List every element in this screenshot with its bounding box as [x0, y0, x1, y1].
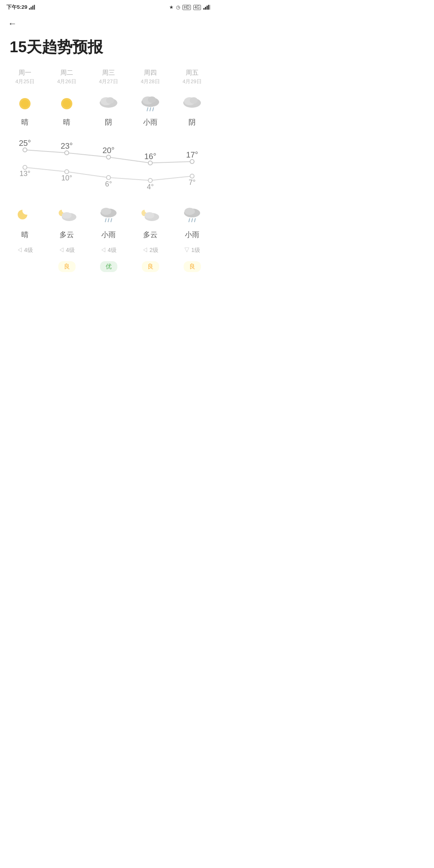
night-rain-icon-2 — [98, 205, 119, 226]
day-label-1: 晴 — [46, 116, 88, 131]
svg-text:4°: 4° — [147, 183, 154, 191]
wind-1: ◁ 4级 — [46, 244, 88, 257]
svg-line-19 — [147, 108, 148, 111]
top-bar: ← — [0, 14, 217, 33]
svg-point-32 — [106, 176, 111, 180]
aqi-badge-2: 优 — [100, 261, 117, 272]
svg-point-53 — [145, 212, 154, 219]
day-icon-2 — [88, 88, 129, 116]
day-header-3: 周四 4月28日 — [129, 66, 171, 88]
night-icon-2 — [88, 199, 129, 228]
day-header-2: 周三 4月27日 — [88, 66, 129, 88]
svg-line-58 — [194, 219, 195, 222]
svg-rect-5 — [205, 7, 206, 10]
night-icon-3 — [129, 199, 171, 228]
aqi-badge-1: 良 — [58, 261, 76, 272]
svg-point-31 — [65, 170, 69, 174]
night-icon-4 — [171, 199, 213, 228]
svg-text:13°: 13° — [19, 170, 30, 178]
svg-point-15 — [106, 97, 114, 104]
wind-4: ▽ 1级 — [171, 244, 213, 257]
hd-badge: HD — [182, 5, 190, 10]
svg-point-18 — [148, 96, 156, 103]
weather-grid: 周一 4月25日 周二 4月26日 周三 4月27日 周四 4月28日 周五 4… — [0, 66, 217, 280]
4g-badge: 4G — [193, 5, 201, 10]
day-icon-4 — [171, 88, 213, 116]
aqi-1: 良 — [46, 257, 88, 280]
svg-point-33 — [148, 178, 152, 182]
night-label-2: 小雨 — [88, 228, 129, 244]
sunny-icon-0 — [15, 94, 35, 113]
network-signal-icon — [203, 5, 211, 10]
svg-line-51 — [111, 219, 112, 222]
cloudy-icon-4 — [182, 94, 203, 108]
day-icon-0 — [4, 88, 46, 116]
day-header-0: 周一 4月25日 — [4, 66, 46, 88]
day-icon-1 — [46, 88, 88, 116]
aqi-3: 良 — [129, 257, 171, 280]
back-button[interactable]: ← — [8, 18, 17, 29]
cloudy-icon-2 — [98, 94, 119, 108]
svg-line-20 — [150, 108, 151, 111]
temp-line-chart: 25°23°20°16°17°13°10°6°4°7° — [4, 131, 213, 199]
night-label-1: 多云 — [46, 228, 88, 244]
aqi-badge-3: 良 — [142, 261, 159, 272]
status-time: 下午5:29 — [6, 4, 35, 11]
svg-text:16°: 16° — [144, 152, 156, 161]
svg-text:20°: 20° — [102, 146, 115, 155]
svg-rect-6 — [207, 6, 208, 10]
svg-rect-4 — [203, 8, 205, 10]
status-bar: 下午5:29 ★ ◷ HD 4G — [0, 0, 217, 14]
svg-line-49 — [105, 219, 106, 222]
svg-point-28 — [148, 161, 152, 165]
svg-point-29 — [190, 160, 194, 164]
svg-text:10°: 10° — [61, 174, 72, 182]
svg-point-34 — [190, 174, 194, 178]
svg-text:17°: 17° — [186, 150, 198, 159]
alarm-icon: ◷ — [176, 4, 180, 10]
signal-bars-icon — [29, 5, 35, 10]
night-label-3: 多云 — [129, 228, 171, 244]
night-rain-icon-4 — [182, 205, 203, 226]
svg-rect-8 — [210, 5, 211, 10]
svg-rect-0 — [29, 8, 30, 10]
day-icon-3 — [129, 88, 171, 116]
svg-text:25°: 25° — [19, 139, 31, 147]
svg-line-57 — [192, 219, 192, 222]
svg-line-56 — [189, 219, 190, 222]
svg-point-30 — [23, 165, 27, 169]
aqi-badge-4: 良 — [184, 261, 201, 272]
day-label-3: 小雨 — [129, 116, 171, 131]
day-label-4: 阴 — [171, 116, 213, 131]
aqi-2: 优 — [88, 257, 129, 280]
wind-2: ◁ 4级 — [88, 244, 129, 257]
partly-cloudy-night-icon-3 — [140, 205, 161, 223]
svg-line-21 — [153, 108, 154, 111]
day-label-0: 晴 — [4, 116, 46, 131]
svg-point-24 — [190, 97, 198, 104]
svg-rect-2 — [32, 6, 33, 10]
svg-point-10 — [21, 100, 29, 108]
svg-point-26 — [65, 151, 69, 155]
svg-point-48 — [101, 208, 111, 215]
aqi-0 — [4, 257, 46, 280]
temperature-chart: 25°23°20°16°17°13°10°6°4°7° — [4, 131, 213, 199]
night-icon-0 — [4, 199, 46, 228]
page-title: 15天趋势预报 — [0, 33, 217, 66]
wind-3: ◁ 2级 — [129, 244, 171, 257]
svg-point-12 — [63, 100, 71, 108]
svg-text:7°: 7° — [188, 178, 195, 186]
day-label-2: 阴 — [88, 116, 129, 131]
bluetooth-icon: ★ — [169, 4, 174, 10]
day-header-1: 周二 4月26日 — [46, 66, 88, 88]
svg-text:23°: 23° — [61, 141, 73, 150]
svg-point-25 — [23, 148, 27, 152]
night-label-0: 晴 — [4, 228, 46, 244]
night-icon-1 — [46, 199, 88, 228]
moon-icon-0 — [15, 205, 35, 224]
svg-point-46 — [62, 212, 72, 219]
svg-point-55 — [184, 208, 195, 215]
light-rain-icon-3 — [140, 94, 161, 113]
svg-text:6°: 6° — [105, 180, 112, 188]
svg-rect-7 — [208, 5, 209, 10]
